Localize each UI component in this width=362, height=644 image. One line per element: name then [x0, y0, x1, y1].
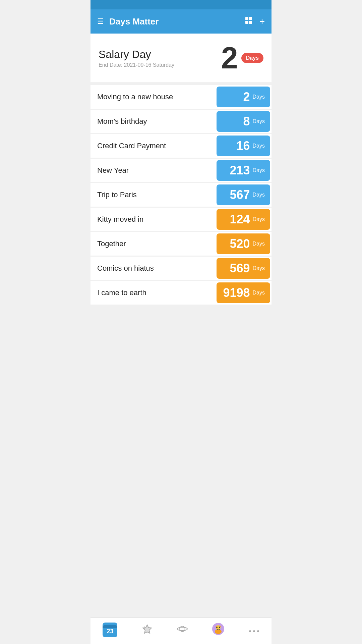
svg-point-8: [177, 627, 187, 631]
item-days-box: 213Days: [217, 160, 270, 181]
bottom-navigation: 23: [90, 618, 272, 644]
svg-point-17: [253, 630, 255, 632]
item-days-box: 16Days: [217, 136, 270, 156]
status-bar: [90, 0, 272, 9]
item-days-box: 8Days: [217, 111, 270, 132]
nav-favorites[interactable]: [142, 624, 153, 637]
planet-icon: [177, 624, 188, 637]
nav-calendar[interactable]: 23: [103, 623, 117, 637]
item-count: 124: [230, 212, 250, 226]
item-name: Mom's birthday: [90, 110, 215, 133]
item-name: I came to earth: [90, 281, 215, 305]
svg-rect-0: [245, 17, 248, 20]
item-count: 2: [243, 90, 250, 104]
item-days-label: Days: [253, 192, 265, 198]
star-icon: [142, 624, 153, 637]
svg-marker-4: [143, 625, 152, 633]
item-count: 520: [230, 237, 250, 251]
grid-view-icon[interactable]: [245, 16, 253, 26]
featured-subtitle: End Date: 2021-09-16 Saturday: [99, 62, 174, 68]
svg-rect-2: [245, 21, 248, 24]
list-item[interactable]: Kitty moved in124Days: [90, 208, 272, 231]
featured-count: 2: [221, 43, 238, 73]
item-days-label: Days: [253, 241, 265, 247]
add-event-icon[interactable]: +: [259, 16, 265, 27]
list-item[interactable]: Together520Days: [90, 232, 272, 256]
item-days-box: 520Days: [217, 233, 270, 254]
item-days-label: Days: [253, 118, 265, 124]
list-item[interactable]: New Year213Days: [90, 159, 272, 182]
nav-universe[interactable]: [177, 624, 188, 637]
item-count: 213: [230, 163, 250, 177]
item-count: 16: [237, 139, 250, 153]
item-count: 8: [243, 114, 250, 128]
item-days-box: 9198Days: [217, 282, 270, 303]
item-name: Comics on hiatus: [90, 257, 215, 280]
item-days-label: Days: [253, 290, 265, 296]
list-item[interactable]: Moving to a new house2Days: [90, 85, 272, 109]
item-days-box: 124Days: [217, 209, 270, 230]
item-count: 9198: [223, 286, 250, 300]
item-name: New Year: [90, 159, 215, 182]
item-days-label: Days: [253, 167, 265, 173]
item-days-label: Days: [253, 94, 265, 100]
svg-rect-3: [249, 21, 252, 24]
list-item[interactable]: Comics on hiatus569Days: [90, 257, 272, 280]
featured-title: Salary Day: [99, 48, 174, 61]
item-name: Trip to Paris: [90, 183, 215, 207]
nav-profile[interactable]: [212, 623, 224, 637]
app-header: ☰ Days Matter +: [90, 9, 272, 34]
app-title: Days Matter: [109, 16, 159, 27]
events-list: Moving to a new house2DaysMom's birthday…: [90, 83, 272, 618]
svg-rect-1: [249, 17, 252, 20]
nav-more[interactable]: [249, 624, 259, 636]
item-name: Credit Card Payment: [90, 134, 215, 158]
item-days-box: 567Days: [217, 184, 270, 205]
item-count: 569: [230, 261, 250, 275]
item-count: 567: [230, 188, 250, 202]
more-dots-icon: [249, 624, 259, 636]
item-name: Moving to a new house: [90, 85, 215, 109]
svg-point-18: [257, 630, 259, 632]
featured-days-badge: Days: [241, 53, 263, 63]
svg-point-16: [249, 630, 251, 632]
item-days-label: Days: [253, 143, 265, 149]
item-days-box: 569Days: [217, 258, 270, 279]
item-name: Together: [90, 232, 215, 256]
list-item[interactable]: Mom's birthday8Days: [90, 110, 272, 133]
calendar-date: 23: [107, 628, 113, 635]
avatar-icon: [212, 623, 224, 637]
featured-card[interactable]: Salary Day End Date: 2021-09-16 Saturday…: [90, 34, 272, 83]
item-days-label: Days: [253, 216, 265, 222]
item-name: Kitty moved in: [90, 208, 215, 231]
item-days-label: Days: [253, 265, 265, 271]
list-item[interactable]: Trip to Paris567Days: [90, 183, 272, 207]
list-item[interactable]: Credit Card Payment16Days: [90, 134, 272, 158]
item-days-box: 2Days: [217, 87, 270, 107]
list-item[interactable]: I came to earth9198Days: [90, 281, 272, 305]
menu-icon[interactable]: ☰: [97, 17, 104, 26]
